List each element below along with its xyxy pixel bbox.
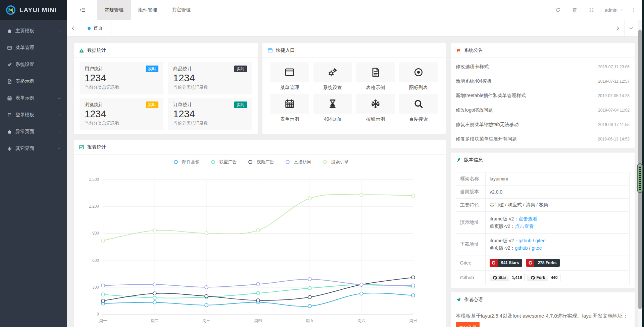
legend-item[interactable]: 联盟广告 — [208, 159, 237, 165]
legend-label: 搜索引擎 — [331, 159, 349, 165]
legend-label: 视频广告 — [257, 159, 274, 165]
notice-date: 2019-07-04 11:02 — [598, 108, 630, 113]
chevron-down-icon — [57, 147, 61, 151]
notice-date: 2019-06-17 11:55 — [598, 122, 630, 127]
clear-cache-button[interactable] — [566, 0, 583, 20]
github-fork-button[interactable]: Fork 440 — [528, 274, 560, 281]
quick-label: 图标列表 — [399, 85, 438, 91]
hourglass-icon — [327, 98, 338, 109]
tab-component-management[interactable]: 组件管理 — [131, 0, 164, 20]
table-row: Gitee G941 Stars G278 Forks — [456, 255, 630, 271]
list-item[interactable]: 修复多模块菜单栏展开有问题 2019-06-13 14:53 — [456, 132, 630, 146]
row-label: 主要特色 — [456, 199, 486, 212]
sidebar-item-home-templates[interactable]: 主页模板 — [0, 23, 67, 39]
quick-entry-grid: 菜单管理 系统设置 表格示例 图标列表 — [262, 58, 446, 124]
tabs-scroll-right-button[interactable] — [611, 20, 624, 36]
sidebar-item-system-settings[interactable]: 系统设置 — [0, 56, 67, 73]
tab-other-management[interactable]: 其它管理 — [164, 0, 198, 20]
download-gitee-link[interactable]: gitee — [535, 238, 545, 243]
chart-legend: 邮件营销联盟广告视频广告直接访问搜索引擎 — [74, 156, 446, 168]
line-chart-icon — [79, 145, 84, 150]
sidebar-item-login-templates[interactable]: 登录模板 — [0, 107, 67, 123]
tab-home[interactable]: 首页 — [79, 20, 111, 36]
quick-label: 表格示例 — [356, 85, 395, 91]
demo-iframe-link[interactable]: 点击查看 — [518, 216, 537, 221]
quick-table-examples[interactable]: 表格示例 — [356, 63, 395, 93]
quick-label: 百度搜索 — [399, 116, 438, 122]
list-item[interactable]: 新增treetable插件和菜单管理样式 2019-07-05 14:28 — [456, 88, 630, 103]
scroll-indicator — [637, 163, 643, 193]
leaf-icon — [456, 157, 461, 163]
stat-caption: 当前分类总记录数 — [85, 84, 158, 90]
sidebar-item-menu-management[interactable]: 菜单管理 — [0, 39, 67, 56]
legend-label: 联盟广告 — [219, 159, 237, 165]
list-item[interactable]: 新增系统404模板 2019-07-11 12:57 — [456, 74, 630, 88]
svg-text:600: 600 — [92, 258, 99, 263]
kebab-icon — [631, 7, 637, 13]
list-item[interactable]: 修改选项卡样式 2019-07-11 23:06 — [456, 59, 630, 74]
version-table: 框架名称 layuimini 当前版本 v2.0.0 主要特色 零门槛 / 响应… — [456, 172, 630, 285]
sidebar-item-error-pages[interactable]: 异常页面 — [0, 123, 67, 140]
gitee-stars-badge[interactable]: G941 Stars — [490, 259, 522, 267]
sidebar-item-other-pages[interactable]: 其它界面 — [0, 140, 67, 157]
layui-doc-badge[interactable]: layui文档 — [456, 322, 480, 327]
quick-404-page[interactable]: 404页面 — [313, 94, 352, 124]
quick-entry-card: 快捷入口 菜单管理 系统设置 表格示例 — [262, 43, 446, 134]
tab-bar-right-controls — [611, 20, 638, 36]
user-menu[interactable]: admin — [600, 7, 629, 13]
svg-text:周三: 周三 — [202, 318, 210, 323]
refresh-button[interactable] — [550, 0, 566, 20]
quick-form-examples[interactable]: 表单示例 — [270, 94, 309, 124]
status-badge: 实时 — [234, 66, 247, 72]
notice-title: 修复左侧菜单缩放tab无法移动 — [456, 122, 518, 128]
quick-menu-management[interactable]: 菜单管理 — [270, 63, 309, 93]
author-message-body: 本模板基于layui2.5.4以及font-awesome-4.7.0进行实现。… — [451, 307, 635, 327]
tab-home-label: 首页 — [93, 25, 103, 31]
stat-value: 1234 — [85, 73, 158, 84]
download-github-link[interactable]: github — [518, 238, 531, 243]
github-star-button[interactable]: Star 1,419 — [490, 274, 525, 281]
tabs-scroll-left-button[interactable] — [67, 20, 79, 36]
legend-item[interactable]: 视频广告 — [246, 159, 274, 165]
gitee-forks-badge[interactable]: G278 Forks — [526, 259, 560, 267]
tabs-operations-button[interactable] — [624, 20, 638, 36]
gitee-forks-count: 278 Forks — [534, 259, 560, 267]
quick-button-examples[interactable]: 按钮示例 — [356, 94, 395, 124]
tab-general-management[interactable]: 常规管理 — [97, 0, 131, 20]
legend-item[interactable]: 搜索引擎 — [320, 159, 349, 165]
more-menu-button[interactable] — [629, 0, 639, 20]
table-row: 主要特色 零门槛 / 响应式 / 清爽 / 极简 — [456, 199, 630, 212]
quick-system-settings[interactable]: 系统设置 — [313, 63, 352, 93]
list-item[interactable]: 修改logo缩放问题 2019-07-04 11:02 — [456, 103, 630, 117]
quick-icon-list[interactable]: 图标列表 — [399, 63, 438, 93]
list-item[interactable]: 修复左侧菜单缩放tab无法移动 2019-06-17 11:55 — [456, 117, 630, 132]
legend-item[interactable]: 直接访问 — [283, 159, 311, 165]
status-badge: 实时 — [234, 101, 247, 108]
download-gitee-link[interactable]: gitee — [532, 245, 542, 251]
sidebar-item-label: 表单示例 — [15, 95, 57, 101]
file-icon — [7, 79, 12, 84]
author-message-header: 作者心语 — [451, 292, 635, 307]
stat-label: 订单统计 — [173, 102, 192, 108]
app-logo[interactable]: LAYUI MINI — [0, 0, 67, 20]
system-announcements-header: 系统公告 — [451, 43, 635, 58]
stat-products: 商品统计实时 1234 当前分类总记录数 — [168, 62, 252, 94]
stat-label: 用户统计 — [85, 66, 103, 72]
quick-label: 菜单管理 — [270, 85, 309, 91]
collapse-sidebar-button[interactable] — [67, 0, 97, 20]
sidebar-item-table-examples[interactable]: 表格示例 — [0, 73, 67, 90]
warning-icon — [79, 48, 84, 53]
legend-label: 邮件营销 — [182, 159, 200, 165]
demo-spa-link[interactable]: 点击查看 — [515, 223, 534, 229]
download-github-link[interactable]: github — [515, 245, 528, 251]
quick-baidu-search[interactable]: 百度搜索 — [399, 94, 438, 124]
status-badge: 实时 — [146, 66, 158, 72]
fullscreen-button[interactable] — [583, 0, 600, 20]
legend-item[interactable]: 邮件营销 — [171, 159, 200, 165]
sidebar-item-form-examples[interactable]: 表单示例 — [0, 90, 67, 107]
page-tab-bar: 首页 — [67, 20, 638, 37]
notice-date: 2019-07-11 12:57 — [598, 79, 630, 84]
card-title: 作者心语 — [464, 297, 483, 303]
sidebar: LAYUI MINI 主页模板 菜单管理 系统设置 表格示例 表单示例 登录模板 — [0, 0, 67, 327]
demo-links: iframe版-v2：点击查看 单页版-v2：点击查看 — [486, 212, 630, 234]
